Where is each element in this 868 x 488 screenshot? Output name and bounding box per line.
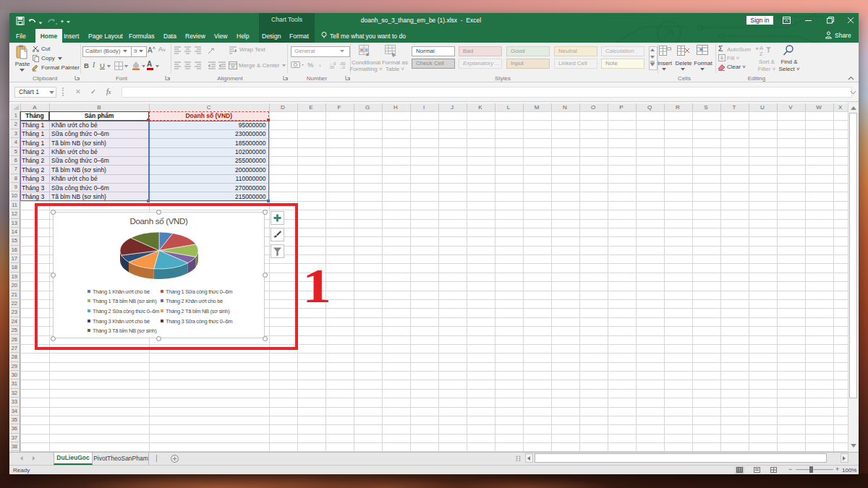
svg-text:Z: Z bbox=[760, 51, 763, 56]
svg-text:≠: ≠ bbox=[366, 51, 370, 57]
svg-text:.00: .00 bbox=[329, 65, 334, 69]
svg-text:→0: →0 bbox=[339, 65, 345, 69]
